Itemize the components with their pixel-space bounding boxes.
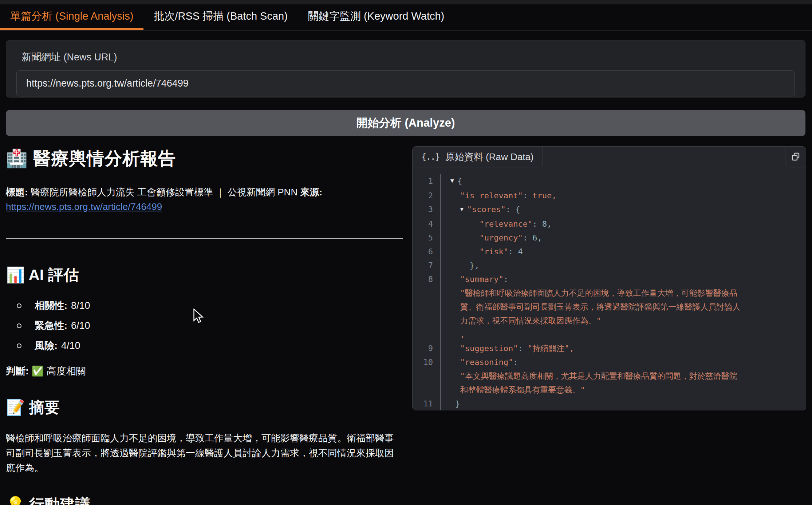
- json-key: "suggestion": [460, 344, 518, 353]
- json-key: "scores": [467, 205, 506, 214]
- code-text: 和整體醫療體系都具有重要意義。": [440, 383, 806, 397]
- line-number: [413, 383, 440, 397]
- code-line: 質。衛福部醫事司副司長劉玉菁表示，將透過醫院評鑑與第一線醫護人員討論人: [413, 300, 806, 314]
- score-item-relevance: 相關性: 8/10: [6, 299, 403, 312]
- json-punct: :: [506, 205, 516, 214]
- line-number: [413, 369, 440, 383]
- news-url-panel: 新聞網址 (News URL): [6, 40, 805, 98]
- tab-single-analysis[interactable]: 單篇分析 (Single Analysis): [0, 4, 143, 30]
- json-punct: :: [523, 233, 533, 242]
- collapse-arrow-icon[interactable]: ▼: [460, 203, 467, 216]
- line-number: 11: [413, 397, 440, 410]
- spacer: [450, 385, 460, 394]
- news-url-label: 新聞網址 (News URL): [21, 51, 795, 64]
- json-punct: {: [457, 176, 462, 186]
- code-text: "reasoning":: [440, 355, 806, 369]
- spacer: [450, 358, 460, 367]
- spacer: [450, 275, 460, 284]
- json-string: "持續關注",: [528, 344, 574, 353]
- code-line: 5 "urgency": 6,: [413, 231, 806, 245]
- line-number: 9: [413, 342, 440, 355]
- json-punct: :: [523, 191, 533, 200]
- code-line: 11 }: [413, 397, 806, 410]
- summary-text: 醫檢師和呼吸治療師面臨人力不足的困境，導致工作量大增，可能影響醫療品質。衛福部醫…: [6, 431, 403, 476]
- score-item-risk: 風險: 4/10: [6, 339, 403, 352]
- app-page: 單篇分析 (Single Analysis) 批次/RSS 掃描 (Batch …: [0, 0, 812, 505]
- analyze-button[interactable]: 開始分析 (Analyze): [6, 110, 805, 136]
- top-strip: [0, 0, 812, 4]
- news-url-input[interactable]: [16, 70, 795, 96]
- code-text: "summary":: [440, 273, 806, 286]
- code-line: 10 "reasoning":: [413, 355, 806, 369]
- spacer: [450, 261, 470, 270]
- ai-evaluation-heading: 📊 AI 評估: [6, 265, 403, 285]
- spacer: [450, 371, 460, 381]
- line-number: [413, 300, 440, 314]
- code-line: 力需求，視不同情況來採取因應作為。": [413, 314, 806, 328]
- code-text: "本文與醫療議題高度相關，尤其是人力配置和醫療品質的問題，對於慈濟醫院: [440, 369, 806, 383]
- json-string: true,: [532, 191, 556, 200]
- spacer: [450, 247, 479, 256]
- spacer: [450, 219, 479, 228]
- code-text: "is_relevant": true,: [440, 189, 806, 203]
- code-text: ▼ "scores": {: [440, 203, 806, 217]
- circle-bullet-icon: [17, 303, 21, 308]
- json-string: 和整體醫療體系都具有重要意義。": [460, 385, 585, 394]
- line-number: 1: [413, 174, 440, 189]
- score-label: 風險:: [35, 339, 58, 352]
- line-number: 10: [413, 355, 440, 369]
- code-text: },: [440, 259, 806, 273]
- score-item-urgency: 緊急性: 6/10: [6, 319, 403, 332]
- code-line: 和整體醫療體系都具有重要意義。": [413, 383, 806, 397]
- report-meta: 標題: 醫療院所醫檢師人力流失 工會籲修設置標準 ｜ 公視新聞網 PNN 來源:…: [6, 185, 403, 214]
- report-title: 🏥 醫療輿情分析報告: [6, 147, 403, 170]
- code-line: 9 "suggestion": "持續關注",: [413, 342, 806, 355]
- code-text: "urgency": 6,: [440, 231, 806, 245]
- json-string: 質。衛福部醫事司副司長劉玉菁表示，將透過醫院評鑑與第一線醫護人員討論人: [460, 302, 741, 311]
- json-code: 1▼ {2 "is_relevant": true,3 ▼ "scores": …: [413, 147, 806, 410]
- code-text: }: [440, 397, 806, 410]
- circle-bullet-icon: [17, 343, 21, 348]
- score-list: 相關性: 8/10 緊急性: 6/10 風險: 4/10: [6, 299, 403, 352]
- json-punct: :: [508, 247, 518, 256]
- json-key: "reasoning": [460, 358, 513, 367]
- json-string: "醫檢師和呼吸治療師面臨人力不足的困境，導致工作量大增，可能影響醫療品: [460, 289, 737, 298]
- line-number: [413, 328, 440, 342]
- line-number: [413, 314, 440, 328]
- code-text: 力需求，視不同情況來採取因應作為。": [440, 314, 806, 328]
- spacer: [450, 399, 455, 408]
- json-key: "urgency": [479, 233, 523, 242]
- spacer: [450, 191, 460, 200]
- code-line: 7 },: [413, 259, 806, 273]
- json-key: "relevance": [479, 219, 532, 228]
- score-value: 6/10: [71, 320, 90, 331]
- code-line: 6 "risk": 4: [413, 245, 806, 259]
- copy-button[interactable]: [785, 146, 806, 167]
- article-link[interactable]: https://news.pts.org.tw/article/746499: [6, 201, 162, 212]
- meta-source-label: 來源:: [300, 187, 322, 198]
- code-line: 2 "is_relevant": true,: [413, 189, 806, 203]
- action-heading: 💡 行動建議: [6, 494, 403, 505]
- line-number: 6: [413, 245, 440, 259]
- code-line: ,: [413, 328, 806, 342]
- score-value: 4/10: [61, 340, 80, 351]
- line-number: 8: [413, 273, 440, 286]
- code-text: ▼ {: [440, 174, 806, 189]
- code-text: "relevance": 8,: [440, 217, 806, 231]
- tab-keyword-watch[interactable]: 關鍵字監測 (Keyword Watch): [298, 4, 454, 30]
- collapse-arrow-icon[interactable]: ▼: [450, 174, 457, 188]
- braces-icon: {..}: [421, 152, 439, 162]
- spacer: [450, 344, 460, 353]
- json-key: "is_relevant": [460, 191, 523, 200]
- line-number: 7: [413, 259, 440, 273]
- code-text: "risk": 4: [440, 245, 806, 259]
- judgement-line: 判斷: ✅ 高度相關: [6, 365, 403, 378]
- spacer: [450, 205, 460, 214]
- spacer: [450, 302, 460, 311]
- code-text: ,: [440, 328, 806, 342]
- code-line: 3 ▼ "scores": {: [413, 203, 806, 217]
- tab-batch-scan[interactable]: 批次/RSS 掃描 (Batch Scan): [143, 4, 297, 30]
- meta-title-value: 醫療院所醫檢師人力流失 工會籲修設置標準 ｜ 公視新聞網 PNN: [28, 187, 300, 198]
- divider: [6, 238, 403, 239]
- code-text: "suggestion": "持續關注",: [440, 342, 806, 355]
